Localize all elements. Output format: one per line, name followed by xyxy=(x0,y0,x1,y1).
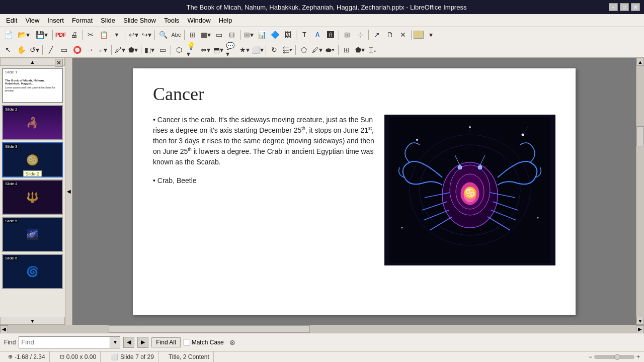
flip-button[interactable]: ⬱▾ xyxy=(281,44,293,56)
horiz-scroll-track[interactable] xyxy=(8,325,636,333)
export-pdf-button[interactable]: PDF xyxy=(55,29,67,41)
star-button[interactable]: ★▾ xyxy=(238,44,251,56)
presenter-button[interactable]: ▭ xyxy=(213,29,225,41)
close-button[interactable]: ✕ xyxy=(631,3,640,11)
rect-button[interactable]: ▭ xyxy=(58,44,70,56)
slide-thumb-5[interactable]: 🌌 Slide 5 xyxy=(2,217,63,252)
scroll-right-button[interactable]: ▶ xyxy=(636,325,644,333)
3d-button[interactable]: ⬡ xyxy=(173,44,185,56)
curve-button[interactable]: 💡▾ xyxy=(186,44,198,56)
find-dropdown-button[interactable]: ▼ xyxy=(110,337,120,348)
find-button[interactable]: 🔍 xyxy=(157,29,169,41)
pan-button[interactable]: ✋ xyxy=(15,44,27,56)
find-prev-button[interactable]: ◀ xyxy=(123,337,134,348)
align-button[interactable]: ⌶▾ xyxy=(367,44,379,56)
slide-scroll-down[interactable]: ▼ xyxy=(0,317,65,325)
rotate2-button[interactable]: ↻ xyxy=(268,44,280,56)
grid-button[interactable]: ⊞ xyxy=(187,29,199,41)
find-close-button[interactable]: ⊗ xyxy=(227,337,238,348)
snap-grid-button[interactable]: ⊞ xyxy=(341,29,353,41)
area-style-button[interactable]: ▾ xyxy=(425,29,437,41)
redo-button[interactable]: ↪▾ xyxy=(140,29,152,41)
chart-button[interactable]: 📊 xyxy=(256,29,268,41)
ellipse-button[interactable]: ⭕ xyxy=(71,44,83,56)
save-button[interactable]: 💾▾ xyxy=(33,29,50,41)
print-button[interactable]: 🖨 xyxy=(68,29,80,41)
line-button[interactable]: ╱ xyxy=(45,44,57,56)
maximize-button[interactable]: □ xyxy=(620,3,629,11)
polygon-button[interactable]: ⬠ xyxy=(298,44,310,56)
scroll-down-button[interactable]: ▼ xyxy=(636,317,644,325)
find-all-button[interactable]: Find All xyxy=(151,337,180,347)
arrows-button[interactable]: ⇔▾ xyxy=(199,44,211,56)
image-button[interactable]: 🖼 xyxy=(282,29,294,41)
menu-slideshow[interactable]: Slide Show xyxy=(119,16,160,25)
menu-help[interactable]: Help xyxy=(215,16,236,25)
slide-thumb-1[interactable]: The Book of Micah, Nahum, Habakkuk, Hagg… xyxy=(2,68,63,103)
insert-special-button[interactable]: ↗ xyxy=(371,29,383,41)
flow-button[interactable]: ⬒▾ xyxy=(212,44,224,56)
more-effects-button[interactable]: ⊞ xyxy=(341,44,353,56)
scrollbar-track[interactable] xyxy=(636,66,644,317)
spray-button[interactable]: ⬬▾ xyxy=(324,44,336,56)
zoom-slider[interactable] xyxy=(594,355,634,359)
match-case-checkbox[interactable] xyxy=(184,339,190,345)
titlebar-controls[interactable]: − □ ✕ xyxy=(609,3,640,11)
crop-button[interactable]: ▭ xyxy=(156,44,169,56)
menu-tools[interactable]: Tools xyxy=(160,16,183,25)
cut-button[interactable]: ✂ xyxy=(85,29,97,41)
horiz-scroll-thumb[interactable] xyxy=(109,325,310,333)
select-button[interactable]: ↖ xyxy=(2,44,14,56)
menu-view[interactable]: View xyxy=(21,16,43,25)
rect2-button[interactable]: ⬜▾ xyxy=(252,44,264,56)
slide-thumb-6[interactable]: 🌀 Slide 6 xyxy=(2,254,63,289)
undo-button[interactable]: ↩▾ xyxy=(127,29,139,41)
clone-button[interactable]: 🗋 xyxy=(384,29,396,41)
connector-button[interactable]: ⌐▾ xyxy=(97,44,109,56)
panel-close-button[interactable]: ✕ xyxy=(55,59,63,67)
snap-points-button[interactable]: ⊹ xyxy=(354,29,366,41)
menu-edit[interactable]: Edit xyxy=(2,16,21,25)
open-button[interactable]: 📂▾ xyxy=(15,29,32,41)
slide-thumb-4[interactable]: 🔱 Slide 4 xyxy=(2,179,63,215)
fontwork-button[interactable]: 🅰 xyxy=(325,29,337,41)
table-button[interactable]: ⊞▾ xyxy=(243,29,255,41)
view-dropdown[interactable]: ▦▾ xyxy=(200,29,212,41)
menu-insert[interactable]: Insert xyxy=(43,16,68,25)
spellcheck-button[interactable]: Abc xyxy=(170,29,182,41)
arrange-button[interactable]: ⊟ xyxy=(226,29,238,41)
show-shapes-button[interactable]: ⬟▾ xyxy=(354,44,366,56)
paste-button[interactable]: ▼ xyxy=(111,29,123,41)
find-next-button[interactable]: ▶ xyxy=(137,337,148,348)
insert-obj-button[interactable]: 🔷 xyxy=(269,29,281,41)
new-button[interactable]: 📄 xyxy=(2,29,14,41)
menu-window[interactable]: Window xyxy=(183,16,214,25)
minimize-button[interactable]: − xyxy=(609,3,618,11)
scrollbar-thumb[interactable] xyxy=(636,126,644,146)
text-effects-button[interactable]: A xyxy=(311,29,324,41)
fill-color-button[interactable]: 🖊▾ xyxy=(114,44,126,56)
scroll-up-button[interactable]: ▲ xyxy=(636,58,644,66)
menu-format[interactable]: Format xyxy=(68,16,97,25)
find-input[interactable] xyxy=(19,337,110,347)
slide-thumb-2[interactable]: 🦂 Slide 2 xyxy=(2,105,63,140)
zoom-thumb[interactable] xyxy=(614,354,620,360)
slide-thumb-3[interactable]: ♋ Slide 3 Slide 2 xyxy=(2,142,63,177)
area-fill-button[interactable]: ⬟▾ xyxy=(127,44,139,56)
shadow-button[interactable]: ◧▾ xyxy=(143,44,155,56)
copy-button[interactable]: 📋 xyxy=(98,29,110,41)
textbox-button[interactable]: T xyxy=(298,29,310,41)
zoom-in-icon[interactable]: + xyxy=(636,353,640,360)
highlight-button[interactable]: 🖊▾ xyxy=(311,44,323,56)
svg-point-17 xyxy=(458,165,462,169)
scroll-left-button[interactable]: ◀ xyxy=(0,325,8,333)
menu-slide[interactable]: Slide xyxy=(97,16,119,25)
rotate-button[interactable]: ↺▾ xyxy=(28,44,40,56)
collapse-handle[interactable]: ◀ xyxy=(65,58,72,325)
delete-button[interactable]: ✕ xyxy=(397,29,409,41)
match-case-label[interactable]: Match Case xyxy=(184,339,224,346)
line2-button[interactable]: → xyxy=(84,44,96,56)
color-box[interactable] xyxy=(414,31,424,39)
callout-button[interactable]: 💬▾ xyxy=(225,44,237,56)
zoom-out-icon[interactable]: − xyxy=(589,353,592,360)
